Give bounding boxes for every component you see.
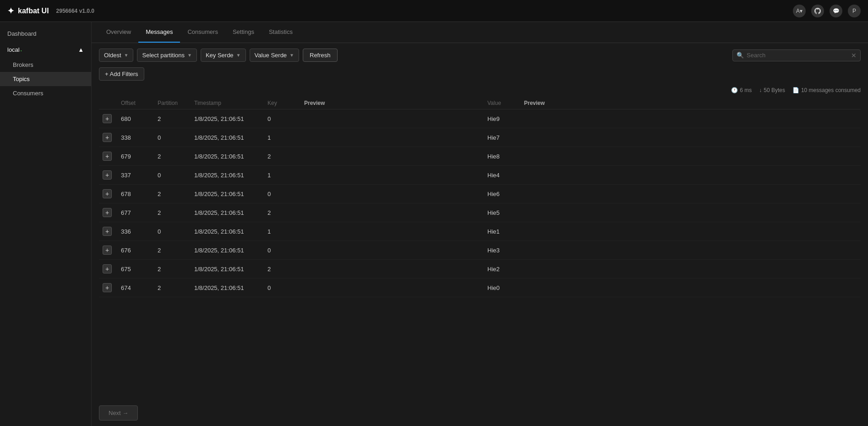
user-menu-button[interactable]: A▾ xyxy=(793,5,806,17)
col-header-value: Value xyxy=(484,97,520,109)
expand-button[interactable]: + xyxy=(103,189,112,198)
value-cell: Hie1 xyxy=(484,222,520,241)
key-preview-cell xyxy=(300,241,484,260)
add-filters-button[interactable]: + Add Filters xyxy=(99,67,144,81)
timestamp-cell: 1/8/2025, 21:06:51 xyxy=(191,128,264,147)
key-preview-cell xyxy=(300,128,484,147)
key-preview-cell xyxy=(300,109,484,128)
partition-cell: 0 xyxy=(154,222,191,241)
value-serde-dropdown[interactable]: Value Serde ▼ xyxy=(250,49,300,62)
tab-consumers[interactable]: Consumers xyxy=(180,22,225,43)
partition-cell: 0 xyxy=(154,166,191,185)
expand-button[interactable]: + xyxy=(103,114,112,123)
messages-stat: 📄 10 messages consumed xyxy=(792,87,861,93)
table-row: + 679 2 1/8/2025, 21:06:51 2 Hie8 xyxy=(99,147,861,166)
key-cell: 1 xyxy=(264,128,300,147)
sidebar-item-brokers[interactable]: Brokers xyxy=(0,58,91,72)
navbar-right: A▾ 💬 P xyxy=(793,5,861,17)
partitions-dropdown[interactable]: Select partitions ▼ xyxy=(137,49,197,62)
offset-cell: 675 xyxy=(117,260,154,279)
offset-cell: 679 xyxy=(117,147,154,166)
content-area: Overview Messages Consumers Settings Sta… xyxy=(92,22,868,426)
table-row: + 676 2 1/8/2025, 21:06:51 0 Hie3 xyxy=(99,241,861,260)
tab-overview[interactable]: Overview xyxy=(99,22,138,43)
expand-button[interactable]: + xyxy=(103,208,112,217)
tab-messages[interactable]: Messages xyxy=(138,22,180,43)
value-preview-cell xyxy=(520,241,861,260)
offset-cell: 676 xyxy=(117,241,154,260)
timestamp-cell: 1/8/2025, 21:06:51 xyxy=(191,222,264,241)
expand-button[interactable]: + xyxy=(103,170,112,180)
offset-cell: 337 xyxy=(117,166,154,185)
refresh-button[interactable]: Refresh xyxy=(303,49,338,62)
value-preview-cell xyxy=(520,166,861,185)
search-icon: 🔍 xyxy=(737,52,744,59)
table-row: + 680 2 1/8/2025, 21:06:51 0 Hie9 xyxy=(99,109,861,128)
toolbar: Oldest ▼ Select partitions ▼ Key Serde ▼… xyxy=(92,43,868,67)
expand-button[interactable]: + xyxy=(103,152,112,161)
expand-cell: + xyxy=(99,260,117,279)
partition-cell: 2 xyxy=(154,203,191,222)
offset-cell: 336 xyxy=(117,222,154,241)
sidebar-item-dashboard[interactable]: Dashboard xyxy=(0,26,91,42)
col-header-value-preview: Preview xyxy=(520,97,861,109)
search-input[interactable] xyxy=(747,52,848,59)
expand-button[interactable]: + xyxy=(103,283,112,292)
key-cell: 0 xyxy=(264,241,300,260)
value-serde-arrow-icon: ▼ xyxy=(289,53,294,58)
tab-statistics[interactable]: Statistics xyxy=(262,22,300,43)
expand-cell: + xyxy=(99,185,117,203)
partition-cell: 2 xyxy=(154,241,191,260)
toolbar-row2: + Add Filters xyxy=(92,67,868,85)
value-cell: Hie6 xyxy=(484,185,520,203)
collapse-icon: ▲ xyxy=(78,46,84,53)
partition-cell: 0 xyxy=(154,128,191,147)
value-cell: Hie9 xyxy=(484,109,520,128)
timestamp-cell: 1/8/2025, 21:06:51 xyxy=(191,147,264,166)
sidebar-item-topics[interactable]: Topics xyxy=(0,72,91,86)
partition-cell: 2 xyxy=(154,185,191,203)
brand: ✦ kafbat UI 2956664 v1.0.0 xyxy=(7,6,94,16)
dashboard-label: Dashboard xyxy=(7,30,37,37)
oldest-dropdown[interactable]: Oldest ▼ xyxy=(99,49,133,62)
key-preview-cell xyxy=(300,147,484,166)
sidebar: Dashboard local• ▲ Brokers Topics Consum… xyxy=(0,22,92,426)
table-row: + 675 2 1/8/2025, 21:06:51 2 Hie2 xyxy=(99,260,861,279)
sidebar-section-local[interactable]: local• ▲ xyxy=(0,42,91,58)
expand-button[interactable]: + xyxy=(103,264,112,273)
expand-button[interactable]: + xyxy=(103,227,112,236)
value-preview-cell xyxy=(520,128,861,147)
key-preview-cell xyxy=(300,166,484,185)
table-row: + 678 2 1/8/2025, 21:06:51 0 Hie6 xyxy=(99,185,861,203)
partition-cell: 2 xyxy=(154,260,191,279)
brand-name: kafbat UI xyxy=(18,7,49,15)
expand-button[interactable]: + xyxy=(103,246,112,255)
github-button[interactable] xyxy=(811,5,824,17)
table-row: + 336 0 1/8/2025, 21:06:51 1 Hie1 xyxy=(99,222,861,241)
value-preview-cell xyxy=(520,222,861,241)
clear-search-icon[interactable]: ✕ xyxy=(851,52,857,59)
brand-star-icon: ✦ xyxy=(7,6,14,16)
key-preview-cell xyxy=(300,185,484,203)
next-button[interactable]: Next → xyxy=(99,405,138,421)
expand-cell: + xyxy=(99,222,117,241)
expand-cell: + xyxy=(99,241,117,260)
discord-button[interactable]: 💬 xyxy=(830,5,842,17)
sidebar-item-consumers[interactable]: Consumers xyxy=(0,86,91,100)
stats-bar: 🕐 6 ms ↓ 50 Bytes 📄 10 messages consumed xyxy=(92,85,868,97)
offset-cell: 674 xyxy=(117,279,154,297)
tab-settings[interactable]: Settings xyxy=(225,22,262,43)
expand-button[interactable]: + xyxy=(103,133,112,142)
table-row: + 674 2 1/8/2025, 21:06:51 0 Hie0 xyxy=(99,279,861,297)
value-cell: Hie0 xyxy=(484,279,520,297)
key-serde-dropdown[interactable]: Key Serde ▼ xyxy=(201,49,246,62)
expand-cell: + xyxy=(99,279,117,297)
download-icon: ↓ xyxy=(759,87,762,93)
messages-table: Offset Partition Timestamp Key Preview V… xyxy=(99,97,861,297)
value-preview-cell xyxy=(520,203,861,222)
col-header-key-preview: Preview xyxy=(300,97,484,109)
brand-version: 2956664 v1.0.0 xyxy=(56,8,94,14)
offset-cell: 338 xyxy=(117,128,154,147)
producthunt-button[interactable]: P xyxy=(848,5,861,17)
expand-cell: + xyxy=(99,203,117,222)
